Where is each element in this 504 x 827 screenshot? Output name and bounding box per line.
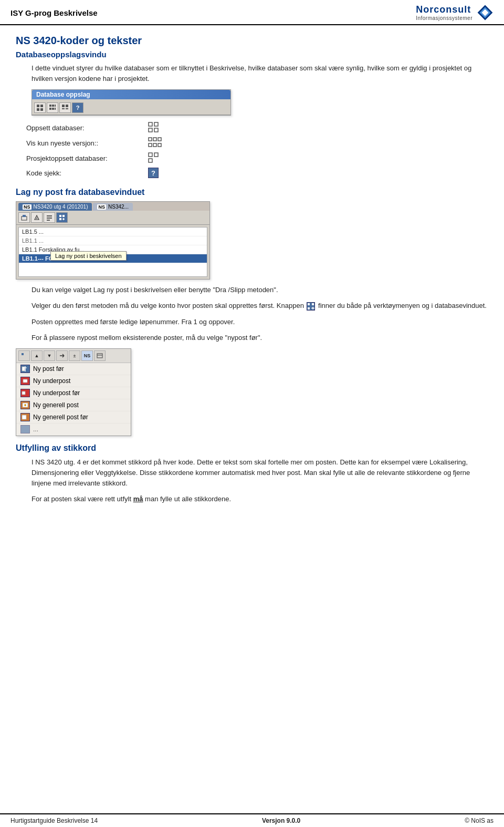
menu-icon-ny-post-for [20,365,30,373]
prop-row-2: Vis kun nyeste versjon:: [26,137,488,149]
tab-ns3420-1[interactable]: NS NS3420 utg 4 (201201) [18,203,92,211]
svg-rect-34 [47,215,52,216]
tooltip-lag-ny: Lag ny post i beskrivelsen [50,251,127,261]
menu-tbtn-1[interactable] [18,350,30,361]
db-toolbar-btn-1[interactable] [34,102,46,113]
prop-label-2: Vis kun nyeste versjon:: [26,139,142,147]
subsection3-heading: Utfylling av stikkord [16,443,488,453]
prop-icon-1 [148,122,159,134]
prop-row-4: Kode sjekk: ? [26,168,488,178]
subsection1-heading: Databaseoppslagsvindu [16,50,488,59]
svg-rect-4 [40,105,43,107]
subsection2-heading: Lag ny post fra databasevinduet [16,188,488,197]
svg-rect-19 [149,128,152,132]
svg-rect-27 [149,153,152,157]
prop-row-1: Oppsett databaser: [26,122,488,134]
footer-right: © NoIS as [465,817,494,824]
svg-rect-8 [52,105,54,107]
svg-rect-13 [62,105,65,107]
tab-label-2: NS342... [108,204,129,210]
menu-icon-ny-generell [20,401,30,409]
svg-rect-53 [22,367,25,371]
posten-text: Posten opprettes med første ledige løpen… [32,317,488,327]
db-toolbar-row: ? [32,101,230,115]
svg-rect-6 [40,108,43,111]
lag-ny-screenshot: NS NS3420 utg 4 (201201) NS NS342... [16,201,210,280]
menu-screenshot: ▲ ▼ ± NS Ny post før [16,348,131,436]
menu-tbtn-3[interactable]: ± [69,350,80,361]
db-mockup-area: Database oppslag ? [32,89,488,116]
menu-label-ny-generell-for: Ny generell post før [33,414,88,421]
logo-sub: Informasjonssystemer [416,15,472,21]
db-toolbar-btn-2[interactable] [47,102,58,113]
svg-rect-7 [49,105,51,107]
svg-rect-26 [158,143,161,147]
velger-text-before: Velger du den først metoden må du velge … [32,302,304,309]
svg-rect-43 [312,303,314,305]
svg-rect-16 [66,108,68,109]
menu-item-ny-underpost-for[interactable]: Ny underpost før [16,387,131,399]
svg-rect-42 [308,303,310,305]
knappen-icon [307,302,315,311]
prop-label-3: Prosjektoppsett databaser: [26,154,142,162]
menu-icon-ny-underpost [20,377,30,385]
prop-icon-3 [148,152,159,164]
db-list-item-1[interactable]: LB1.5 ... [19,228,207,236]
menu-tbtn-4[interactable] [94,350,106,361]
svg-rect-15 [62,108,65,109]
footer-center: Versjon 9.0.0 [262,817,300,824]
lag-ny-screenshot-area: NS NS3420 utg 4 (201201) NS NS342... [16,201,488,280]
db-list-item-2[interactable]: LB1.1 ... Lag ny post i beskrivelsen [19,236,207,245]
footer-left: Hurtigstartguide Beskrivelse 14 [10,817,98,824]
menu-icon-ny-underpost-for [20,389,30,397]
svg-rect-38 [62,215,65,217]
tab-label-1: NS3420 utg 4 (201201) [34,204,88,210]
svg-rect-17 [149,122,152,126]
menu-screenshot-area: ▲ ▼ ± NS Ny post før [16,348,488,436]
utfylling-p2-end: man fylle ut alle stikkordene. [145,495,231,503]
menu-item-ny-underpost[interactable]: Ny underpost [16,375,131,387]
menu-label-ny-underpost-for: Ny underpost før [33,389,80,397]
svg-rect-44 [308,307,310,309]
utfylling-p2: For at posten skal være rett utfylt må m… [32,494,488,504]
menu-item-extra[interactable]: ... [16,423,131,436]
svg-rect-23 [158,138,161,141]
svg-rect-35 [47,218,52,219]
lag-ny-btn-4[interactable] [56,212,68,223]
svg-rect-31 [23,215,26,217]
svg-rect-28 [154,153,158,157]
menu-item-ny-generell[interactable]: Ny generell post [16,399,131,411]
menu-item-ny-generell-for[interactable]: Ny generell post før [16,411,131,423]
intro-text: I dette vinduet styrer du hvilke databas… [32,63,488,84]
menu-tbtn-arrow-down[interactable]: ▼ [44,350,55,361]
prop-row-3: Prosjektoppsett databaser: [26,152,488,164]
svg-rect-20 [154,128,158,132]
svg-rect-22 [153,138,156,141]
db-screenshot: Database oppslag ? [32,89,231,116]
nypost-text: For å plassere nypost mellom eksisterend… [32,333,488,343]
svg-rect-56 [23,379,27,383]
header-title: ISY G-prog Beskrivelse [10,8,98,17]
utfylling-text-block: I NS 3420 utg. 4 er det kommet stikkord … [32,457,488,505]
tab-ns3420-2[interactable]: NS NS342... [93,203,132,211]
lag-ny-btn-1[interactable] [18,212,30,223]
menu-tbtn-arrow-up[interactable]: ▲ [31,350,43,361]
velger-text: Velger du den først metoden må du velge … [32,301,488,311]
lag-ny-btn-2[interactable] [31,212,43,223]
lag-ny-toolbar [16,211,209,225]
svg-rect-39 [59,218,61,220]
svg-rect-47 [22,353,24,355]
svg-rect-24 [149,143,152,147]
db-toolbar-btn-4[interactable]: ? [72,102,83,113]
lag-ny-btn-3[interactable] [44,212,55,223]
utfylling-p2-before: For at posten skal være rett utfylt [32,495,131,503]
menu-icon-ny-generell-for [20,413,30,421]
svg-rect-25 [153,143,156,147]
db-toolbar-btn-3[interactable] [59,102,71,113]
menu-label-ny-generell: Ny generell post [33,401,79,409]
svg-rect-36 [47,220,50,221]
menu-item-ny-post-for[interactable]: Ny post før [16,363,131,375]
menu-toolbar: ▲ ▼ ± NS [16,349,131,363]
menu-tbtn-2[interactable] [56,350,68,361]
menu-tbtn-ns[interactable]: NS [81,350,93,361]
